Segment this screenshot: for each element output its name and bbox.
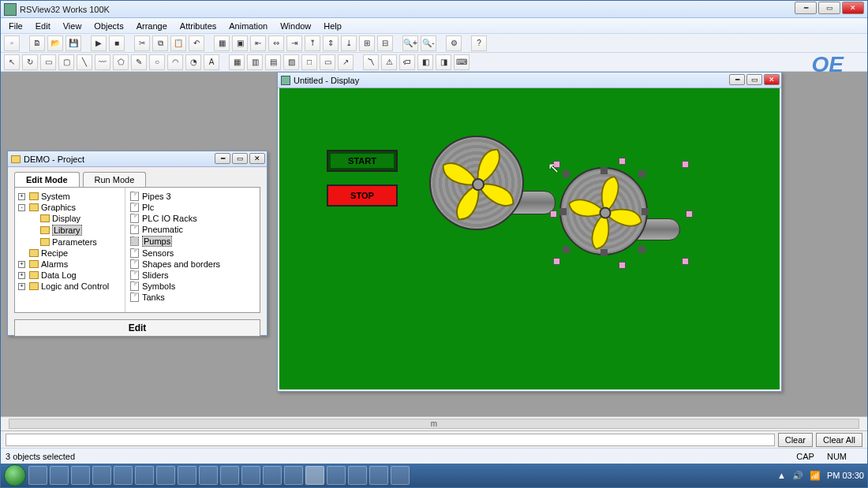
hmi-stop-button[interactable]: STOP (327, 184, 398, 207)
selection-handle[interactable] (559, 208, 567, 215)
selection-handle[interactable] (642, 208, 649, 215)
menu-objects[interactable]: Objects (89, 20, 128, 32)
project-tree[interactable]: +System-GraphicsDisplayLibraryParameters… (15, 188, 125, 312)
tool-new-icon[interactable]: ▫ (4, 35, 20, 51)
menu-arrange[interactable]: Arrange (132, 20, 172, 32)
menu-attributes[interactable]: Attributes (175, 20, 221, 32)
list-item-symbols[interactable]: Symbols (129, 281, 256, 292)
tray-up-icon[interactable]: ▲ (777, 471, 786, 480)
tree-item-graphics[interactable]: -Graphics (17, 202, 123, 213)
tool-ole-icon[interactable]: ◧ (417, 54, 433, 70)
menu-animation[interactable]: Animation (224, 20, 272, 32)
tool-run-icon[interactable]: ▶ (91, 35, 107, 51)
expand-icon[interactable]: + (18, 261, 25, 268)
tool-group-icon[interactable]: ⊞ (359, 35, 375, 51)
display-canvas[interactable]: START STOP (279, 88, 780, 389)
menu-edit[interactable]: Edit (31, 20, 55, 32)
selection-handle[interactable] (638, 170, 645, 177)
tray-network-icon[interactable]: 📶 (810, 471, 821, 481)
tool-text-icon[interactable]: A (204, 54, 219, 70)
tool-freehand-icon[interactable]: ✎ (131, 54, 147, 70)
close-button[interactable]: ✕ (842, 2, 864, 14)
clear-button[interactable]: Clear (778, 433, 813, 447)
taskbar-item[interactable] (178, 466, 196, 485)
taskbar-item[interactable] (284, 466, 303, 485)
selection-handle[interactable] (638, 246, 645, 253)
start-button[interactable] (4, 464, 26, 486)
tool-wedge-icon[interactable]: ◔ (185, 54, 201, 70)
tree-item-parameters[interactable]: Parameters (39, 237, 123, 248)
list-item-pneumatic[interactable]: Pneumatic (129, 224, 256, 235)
menu-file[interactable]: File (4, 20, 28, 32)
expand-icon[interactable]: + (18, 193, 25, 200)
tool-button-icon[interactable]: ▭ (320, 54, 335, 70)
list-item-tanks[interactable]: Tanks (129, 292, 256, 303)
taskbar-item[interactable] (241, 466, 260, 485)
taskbar-item[interactable] (114, 466, 133, 485)
tool-zoom-out-icon[interactable]: 🔍- (421, 35, 436, 51)
tree-item-library[interactable]: Library (39, 224, 123, 237)
library-list[interactable]: Pipes 3PlcPLC IO RacksPneumaticPumpsSens… (125, 188, 260, 312)
tool-trend-icon[interactable]: 〽 (363, 54, 379, 70)
tree-item-alarms[interactable]: +Alarms (17, 259, 123, 270)
display-maximize-button[interactable]: ▭ (746, 74, 762, 85)
tab-edit-mode[interactable]: Edit Mode (14, 172, 80, 187)
diagnostics-input[interactable] (6, 434, 775, 446)
project-window[interactable]: DEMO - Project ━ ▭ ✕ Edit Mode Run Mode … (7, 151, 268, 336)
taskbar-item[interactable] (348, 466, 367, 485)
tool-grid-icon[interactable]: ▦ (214, 35, 230, 51)
list-item-shapes-and-borders[interactable]: Shapes and borders (129, 259, 256, 270)
tree-item-data-log[interactable]: +Data Log (17, 270, 123, 281)
tool-arrow-icon[interactable]: ↗ (338, 54, 354, 70)
selection-handle[interactable] (563, 170, 570, 177)
tool-align-bottom-icon[interactable]: ⤓ (341, 35, 357, 51)
display-close-button[interactable]: ✕ (764, 74, 780, 85)
project-window-titlebar[interactable]: DEMO - Project ━ ▭ ✕ (8, 151, 267, 167)
tool-zoom-in-icon[interactable]: 🔍+ (402, 35, 418, 51)
tool-arc-icon[interactable]: ◠ (167, 54, 183, 70)
taskbar-item[interactable] (391, 466, 410, 485)
tool-tag-icon[interactable]: 🏷 (399, 54, 415, 70)
clear-all-button[interactable]: Clear All (816, 433, 862, 447)
tool-activex-icon[interactable]: ◨ (436, 54, 451, 70)
taskbar-item[interactable] (263, 466, 282, 485)
project-minimize-button[interactable]: ━ (215, 153, 230, 164)
expand-icon[interactable]: + (18, 272, 25, 279)
list-item-plc-io-racks[interactable]: PLC IO Racks (129, 213, 256, 224)
taskbar-item[interactable] (369, 466, 388, 485)
taskbar-item[interactable] (135, 466, 154, 485)
tool-polyline-icon[interactable]: 〰 (95, 54, 110, 70)
tool-help-icon[interactable]: ? (471, 35, 487, 51)
tool-rect-icon[interactable]: ▭ (40, 54, 56, 70)
tool-paste-icon[interactable]: 📋 (170, 35, 186, 51)
project-maximize-button[interactable]: ▭ (232, 153, 248, 164)
taskbar-item[interactable] (92, 466, 111, 485)
tool-label-icon[interactable]: □ (301, 54, 317, 70)
tool-open-icon[interactable]: 📂 (47, 35, 63, 51)
list-item-pipes-3[interactable]: Pipes 3 (129, 191, 256, 202)
diagnostics-scrollbar[interactable]: m (1, 416, 867, 430)
selection-handle[interactable] (619, 158, 626, 165)
expand-icon[interactable]: - (18, 204, 25, 211)
selection-handle[interactable] (600, 167, 608, 174)
display-window[interactable]: Untitled - Display ━ ▭ ✕ START STOP (277, 72, 782, 392)
tool-align-middle-icon[interactable]: ⇕ (323, 35, 339, 51)
tab-run-mode[interactable]: Run Mode (83, 172, 147, 187)
tool-polygon-icon[interactable]: ⬠ (113, 54, 129, 70)
tool-key-icon[interactable]: ⌨ (454, 54, 470, 70)
taskbar-item[interactable] (50, 466, 69, 485)
tray-clock[interactable]: PM 03:30 (827, 471, 864, 480)
tool-test-icon[interactable]: ⚙ (446, 35, 462, 51)
tree-item-system[interactable]: +System (17, 191, 123, 202)
tool-cut-icon[interactable]: ✂ (134, 35, 150, 51)
selection-handle[interactable] (686, 210, 693, 218)
tool-undo-icon[interactable]: ↶ (189, 35, 204, 51)
tray-volume-icon[interactable]: 🔊 (792, 471, 803, 481)
selection-handle[interactable] (553, 258, 560, 265)
selection-handle[interactable] (682, 258, 689, 265)
tool-line-icon[interactable]: ╲ (77, 54, 92, 70)
tool-stop-icon[interactable]: ■ (109, 35, 125, 51)
list-item-sliders[interactable]: Sliders (129, 270, 256, 281)
taskbar-item[interactable] (199, 466, 218, 485)
taskbar-item[interactable] (28, 466, 47, 485)
